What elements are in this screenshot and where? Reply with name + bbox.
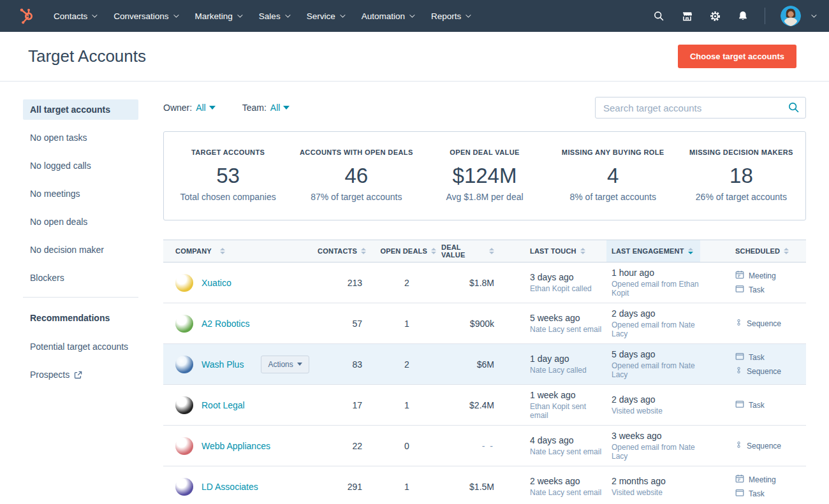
- actions-button[interactable]: Actions: [261, 356, 309, 373]
- search-icon[interactable]: [788, 101, 800, 116]
- sidebar-item-blockers[interactable]: Blockers: [23, 268, 138, 288]
- open-deals-cell: 1: [372, 385, 441, 425]
- scheduled-sequence: Sequence: [735, 318, 781, 329]
- chevron-down-icon: [92, 12, 97, 17]
- company-logo: [175, 396, 193, 414]
- company-link[interactable]: LD Associates: [202, 482, 258, 492]
- chevron-down-icon: [173, 12, 179, 17]
- stat-label: ACCOUNTS WITH OPEN DEALS: [292, 148, 420, 156]
- team-filter-dropdown[interactable]: All: [270, 103, 290, 113]
- nav-item-service[interactable]: Service: [307, 11, 344, 21]
- last-touch-detail: Ethan Kopit called: [530, 284, 592, 293]
- stat-label: MISSING DECISION MAKERS: [677, 148, 805, 156]
- company-cell: LD Associates: [163, 466, 323, 504]
- sidebar-item-potential-target-accounts[interactable]: Potential target accounts: [23, 336, 138, 357]
- last-touch-cell: 1 week ago Ethan Kopit sent email: [502, 385, 606, 425]
- main-content: Owner: All Team: All: [163, 82, 806, 504]
- company-link[interactable]: Webb Appliances: [202, 441, 270, 451]
- table-row-root-legal[interactable]: Root Legal 17 1 $2.4M 1 week ago Ethan K…: [163, 385, 806, 426]
- scheduled-label: Task: [749, 353, 765, 362]
- column-header-last-touch[interactable]: LAST TOUCH: [502, 240, 606, 262]
- nav-item-marketing[interactable]: Marketing: [195, 11, 241, 21]
- task-icon: [735, 284, 744, 295]
- owner-filter-label: Owner:: [163, 103, 192, 113]
- choose-target-accounts-button[interactable]: Choose target accounts: [678, 45, 796, 68]
- search-input[interactable]: [595, 97, 806, 119]
- sidebar-item-no-logged-calls[interactable]: No logged calls: [23, 155, 138, 176]
- task-icon: [735, 488, 744, 499]
- scheduled-task: Task: [735, 488, 776, 499]
- scheduled-task: Task: [735, 352, 781, 363]
- table-row-xuatico[interactable]: Xuatico 213 2 $1.8M 3 days ago Ethan Kop…: [163, 263, 806, 303]
- sidebar-item-no-open-deals[interactable]: No open deals: [23, 212, 138, 232]
- deal-value-cell: $900k: [441, 303, 502, 343]
- company-logo: [175, 437, 193, 455]
- open-deals-cell: 2: [372, 263, 441, 303]
- scheduled-cell: Task: [700, 385, 806, 425]
- stat-missing-decision-makers: MISSING DECISION MAKERS 18 26% of target…: [677, 148, 805, 202]
- column-header-contacts[interactable]: CONTACTS: [323, 240, 372, 262]
- last-engagement-time: 5 days ago: [612, 349, 700, 359]
- deal-value-cell: - -: [441, 426, 502, 466]
- search-icon[interactable]: [652, 10, 665, 22]
- nav-right-icons: [652, 6, 815, 26]
- last-touch-time: 3 days ago: [530, 272, 592, 282]
- nav-item-sales[interactable]: Sales: [259, 11, 289, 21]
- scheduled-label: Sequence: [747, 367, 781, 376]
- account-chevron-down-icon[interactable]: [811, 12, 816, 17]
- column-header-deal-value[interactable]: DEAL VALUE: [441, 240, 502, 262]
- task-icon: [735, 352, 744, 363]
- sidebar-item-prospects[interactable]: Prospects: [23, 364, 138, 386]
- page-title: Target Accounts: [28, 47, 146, 66]
- owner-filter-dropdown[interactable]: All: [196, 103, 216, 113]
- nav-item-reports[interactable]: Reports: [431, 11, 469, 21]
- company-logo: [175, 478, 193, 496]
- deal-value-cell: $1.8M: [441, 263, 502, 303]
- company-link[interactable]: Root Legal: [202, 400, 245, 410]
- last-engagement-time: 2 days ago: [612, 308, 700, 319]
- company-cell: Xuatico: [163, 263, 323, 303]
- last-engagement-cell: 2 days ago Opened email from Nate Lacy: [606, 303, 700, 343]
- last-engagement-detail: Opened email from Ethan Kopit: [612, 280, 700, 298]
- sidebar-item-all-target-accounts[interactable]: All target accounts: [23, 99, 138, 120]
- nav-item-automation[interactable]: Automation: [362, 11, 413, 21]
- sidebar-item-no-open-tasks[interactable]: No open tasks: [23, 127, 138, 148]
- column-label: COMPANY: [175, 247, 212, 255]
- contacts-cell: 83: [323, 344, 372, 384]
- stat-missing-any-buying-role: MISSING ANY BUYING ROLE 4 8% of target a…: [549, 148, 677, 202]
- external-link-icon: [74, 371, 82, 381]
- table-row-a2-robotics[interactable]: A2 Robotics 57 1 $900k 5 weeks ago Nate …: [163, 303, 806, 344]
- table-row-wash-plus[interactable]: Wash Plus Actions 83 2 $6M 1 day ago Nat…: [163, 344, 806, 385]
- nav-item-contacts[interactable]: Contacts: [54, 11, 96, 21]
- column-header-last-engagement[interactable]: LAST ENGAGEMENT: [606, 240, 700, 262]
- marketplace-icon[interactable]: [680, 10, 693, 22]
- stat-sublabel: 87% of target accounts: [292, 192, 420, 202]
- scheduled-cell: MeetingTask: [700, 466, 806, 504]
- scheduled-label: Task: [749, 285, 765, 294]
- company-link[interactable]: A2 Robotics: [202, 319, 249, 329]
- nav-item-conversations[interactable]: Conversations: [114, 11, 177, 21]
- hubspot-logo-icon[interactable]: [17, 6, 36, 25]
- last-touch-detail: Ethan Kopit sent email: [530, 402, 606, 420]
- sort-caret-icon: [431, 248, 436, 254]
- sidebar-item-no-decision-maker[interactable]: No decision maker: [23, 240, 138, 260]
- last-engagement-time: 1 hour ago: [612, 268, 700, 278]
- table-row-ld-associates[interactable]: LD Associates 291 1 $1.5M 2 weeks ago Na…: [163, 466, 806, 504]
- scheduled-label: Meeting: [749, 475, 776, 484]
- deal-value-cell: $6M: [441, 344, 502, 384]
- scheduled-label: Sequence: [747, 442, 781, 450]
- notifications-icon[interactable]: [737, 10, 749, 22]
- column-header-scheduled[interactable]: SCHEDULED: [700, 240, 806, 262]
- sidebar-item-no-meetings[interactable]: No meetings: [23, 184, 138, 204]
- company-link[interactable]: Xuatico: [202, 278, 231, 288]
- column-header-open-deals[interactable]: OPEN DEALS: [372, 240, 441, 262]
- scheduled-cell: Sequence: [700, 303, 806, 343]
- company-link[interactable]: Wash Plus: [202, 359, 244, 370]
- column-header-company[interactable]: COMPANY: [163, 240, 323, 262]
- stat-value: 46: [292, 164, 420, 188]
- user-avatar[interactable]: [781, 6, 801, 26]
- team-caret-icon: [283, 106, 290, 110]
- settings-icon[interactable]: [708, 10, 721, 22]
- table-row-webb-appliances[interactable]: Webb Appliances 22 0 - - 4 days ago Nate…: [163, 426, 806, 466]
- last-touch-cell: 2 weeks ago Nate Lacy sent email: [502, 466, 606, 504]
